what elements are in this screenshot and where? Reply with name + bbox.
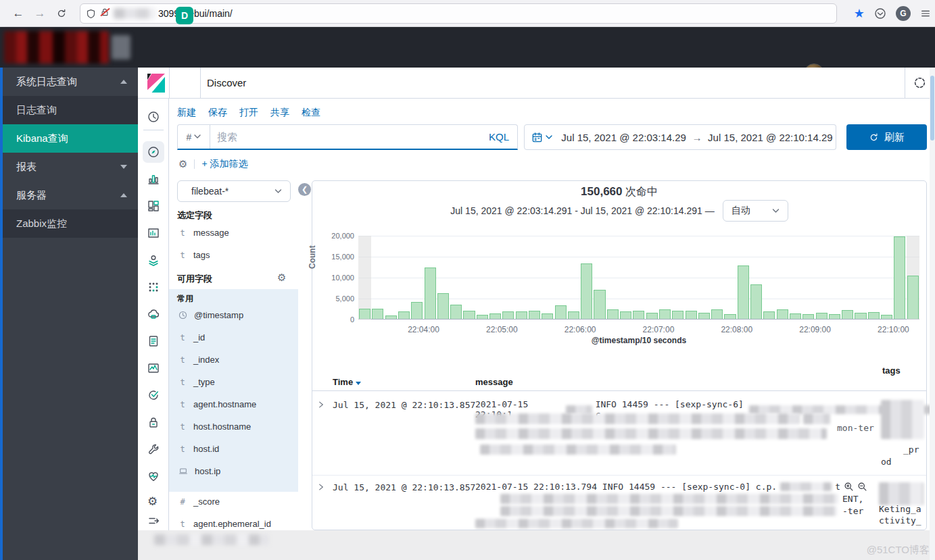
date-picker-button[interactable] xyxy=(524,124,559,150)
field-@timestamp[interactable]: @timestamp xyxy=(169,304,298,326)
account-avatar[interactable]: G xyxy=(896,6,911,21)
popular-fields-list: @timestampt_idt_indext_typetagent.hostna… xyxy=(169,304,298,482)
refresh-button[interactable]: 刷新 xyxy=(846,124,927,150)
histogram-bar xyxy=(686,311,697,319)
logs-scroll-icon[interactable] xyxy=(147,335,160,347)
field-_id[interactable]: t_id xyxy=(169,326,298,349)
sidebar-item-服务器[interactable]: 服务器 xyxy=(0,181,138,209)
add-filter-button[interactable]: + 添加筛选 xyxy=(201,158,247,170)
histogram-bar xyxy=(646,313,658,319)
interval-select[interactable]: 自动 xyxy=(723,200,788,222)
field-_index[interactable]: t_index xyxy=(169,349,298,371)
pocket-icon[interactable] xyxy=(874,7,886,20)
x-axis-label: @timestamp/10 seconds xyxy=(358,336,919,345)
field-type-icon: t xyxy=(178,444,187,454)
security-lock-icon[interactable] xyxy=(147,416,160,428)
machine-learning-icon[interactable] xyxy=(147,281,160,293)
page-scrollbar[interactable] xyxy=(930,68,935,560)
magnify-plus-icon[interactable] xyxy=(844,482,854,492)
histogram-bar xyxy=(372,309,383,319)
field-type-icon: t xyxy=(178,251,187,260)
canvas-icon[interactable] xyxy=(147,227,160,239)
breadcrumb[interactable]: Discover xyxy=(207,77,246,88)
column-header-tags[interactable]: tags xyxy=(882,365,901,376)
menu-hamburger-icon[interactable] xyxy=(920,8,931,19)
bottom-strip: @51CTO博客 xyxy=(138,530,935,560)
sidebar-item-Kibana查询[interactable]: Kibana查询 xyxy=(0,124,138,153)
field-tags[interactable]: ttags xyxy=(169,244,298,266)
sidebar-item-系统日志查询[interactable]: 系统日志查询 xyxy=(0,68,138,96)
field-host.hostname[interactable]: thost.hostname xyxy=(169,415,298,438)
field-host.ip[interactable]: host.ip xyxy=(169,460,298,482)
message-fragment: mon-ter xyxy=(837,423,874,433)
toolbar-link-打开[interactable]: 打开 xyxy=(239,107,258,119)
histogram-bar xyxy=(816,313,828,319)
forward-arrow-icon[interactable]: → xyxy=(31,5,49,22)
devtools-wrench-icon[interactable] xyxy=(147,443,160,455)
field-message[interactable]: tmessage xyxy=(169,222,298,244)
field-_type[interactable]: t_type xyxy=(169,371,298,393)
time-range[interactable]: Jul 15, 2021 @ 22:03:14.29 → Jul 15, 202… xyxy=(558,124,836,150)
help-icon[interactable] xyxy=(913,76,926,89)
sidebar-item-label: Zabbix监控 xyxy=(16,218,67,230)
back-arrow-icon[interactable]: ← xyxy=(9,5,27,22)
histogram-bar xyxy=(594,290,605,319)
sidebar-item-报表[interactable]: 报表 xyxy=(0,153,138,181)
nav-divider xyxy=(143,130,164,130)
kibana-logo-icon[interactable] xyxy=(147,74,165,93)
sidebar-item-日志查询[interactable]: 日志查询 xyxy=(0,96,138,124)
toolbar-link-保存[interactable]: 保存 xyxy=(208,107,227,119)
calendar-icon xyxy=(531,132,543,143)
app-header: 运维预警系统 guodong 退出 xyxy=(0,27,935,68)
field-type-icon: t xyxy=(178,378,187,387)
collapse-menu-icon[interactable] xyxy=(147,515,160,527)
reload-icon[interactable] xyxy=(53,5,70,22)
fields-settings-gear-icon[interactable]: ⚙ xyxy=(277,272,286,284)
maps-icon[interactable] xyxy=(147,254,160,266)
url-text: 3099/webui/main/ xyxy=(158,8,233,19)
sidebar-item-Zabbix监控[interactable]: Zabbix监控 xyxy=(0,209,138,238)
discover-toolbar: 新建保存打开共享检查 xyxy=(177,107,320,119)
saved-query-button[interactable]: # xyxy=(178,125,210,149)
toolbar-link-共享[interactable]: 共享 xyxy=(270,107,289,119)
expand-row-icon[interactable] xyxy=(316,482,326,492)
recent-clock-icon[interactable] xyxy=(147,111,160,123)
histogram-bar xyxy=(502,311,514,319)
search-input[interactable] xyxy=(210,131,481,143)
management-gear-icon[interactable]: ⚙ xyxy=(147,496,158,508)
time-from: Jul 15, 2021 @ 22:03:14.29 xyxy=(561,132,686,143)
tags-fragment: _pr xyxy=(903,444,919,455)
expand-row-icon[interactable] xyxy=(316,400,326,409)
dashboard-icon[interactable] xyxy=(147,200,160,212)
filter-gear-icon[interactable]: ⚙ xyxy=(178,158,187,170)
histogram-bar xyxy=(711,309,723,319)
field-type-icon: t xyxy=(178,519,187,529)
visualize-chart-icon[interactable] xyxy=(147,173,160,185)
field-_score[interactable]: #_score xyxy=(169,490,298,513)
sidebar-item-label: 服务器 xyxy=(16,189,47,202)
uptime-check-icon[interactable] xyxy=(147,389,160,401)
url-bar[interactable]: 3099/webui/main/ xyxy=(80,3,837,24)
apm-pulse-icon[interactable] xyxy=(147,362,160,374)
toolbar-link-检查[interactable]: 检查 xyxy=(302,107,320,119)
field-label: _id xyxy=(193,332,205,342)
histogram-bar xyxy=(411,302,423,319)
discover-compass-icon[interactable] xyxy=(147,146,160,158)
shield-icon[interactable] xyxy=(86,9,96,19)
monitoring-heartbeat-icon[interactable] xyxy=(147,470,160,482)
browser-toolbar: ← → 3099/webui/main/ ★ G xyxy=(0,0,935,27)
index-pattern-select[interactable]: filebeat-* xyxy=(177,180,291,202)
toolbar-link-新建[interactable]: 新建 xyxy=(177,107,196,119)
discover-app-tile: D xyxy=(176,7,193,24)
field-host.id[interactable]: thost.id xyxy=(169,438,298,460)
magnify-minus-icon[interactable] xyxy=(857,482,867,492)
column-header-time[interactable]: Time xyxy=(333,377,361,387)
metrics-cloud-icon[interactable] xyxy=(147,308,160,320)
histogram[interactable] xyxy=(358,236,919,320)
field-agent.hostname[interactable]: tagent.hostname xyxy=(169,393,298,415)
column-header-message[interactable]: message xyxy=(475,377,513,387)
bookmark-star-icon[interactable]: ★ xyxy=(854,6,865,21)
selected-fields-heading: 选定字段 xyxy=(177,209,212,222)
query-language-button[interactable]: KQL xyxy=(481,131,517,143)
collapse-fields-button[interactable]: ❮ xyxy=(298,183,311,196)
